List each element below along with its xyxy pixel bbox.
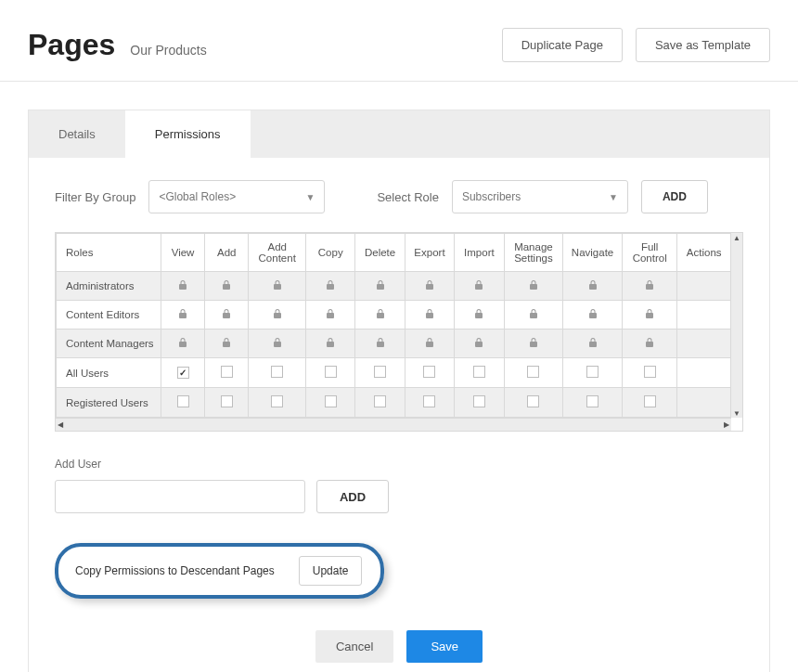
permission-cell (622, 301, 677, 330)
tab-permissions[interactable]: Permissions (125, 110, 251, 158)
column-header: Import (455, 234, 504, 272)
add-user-section: Add User ADD (55, 458, 743, 513)
permission-cell (563, 388, 623, 418)
permission-checkbox[interactable] (423, 366, 435, 378)
permission-checkbox[interactable] (473, 366, 485, 378)
role-name-cell: All Users (57, 358, 161, 388)
filter-row: Filter By Group <Global Roles> ▼ Select … (55, 180, 743, 213)
update-button[interactable]: Update (299, 556, 363, 586)
filter-by-group-select[interactable]: <Global Roles> ▼ (148, 180, 325, 213)
filter-by-group-label: Filter By Group (55, 190, 135, 204)
permission-cell (622, 272, 677, 301)
permission-checkbox[interactable] (221, 395, 233, 407)
column-header: View (161, 234, 204, 272)
select-role-value: Subscribers (462, 190, 521, 203)
permission-checkbox[interactable] (374, 366, 386, 378)
permission-cell (205, 358, 249, 388)
lock-icon (325, 281, 336, 292)
permission-cell (249, 301, 306, 330)
permission-checkbox[interactable] (644, 366, 656, 378)
lock-icon (177, 281, 188, 292)
role-name-cell: Administrators (57, 272, 161, 301)
permission-checkbox[interactable] (423, 395, 435, 407)
vertical-scrollbar[interactable]: ▲ ▼ (731, 233, 742, 418)
lock-icon (587, 339, 598, 350)
permission-cell (249, 358, 306, 388)
filter-by-group-value: <Global Roles> (159, 190, 236, 203)
lock-icon (473, 281, 484, 292)
copy-permissions-highlight: Copy Permissions to Descendant Pages Upd… (55, 543, 384, 599)
permission-checkbox[interactable] (271, 395, 283, 407)
panel: Details Permissions Filter By Group <Glo… (28, 110, 770, 672)
column-header: Add Content (249, 234, 306, 272)
permission-cell (504, 272, 563, 301)
lock-icon (424, 310, 435, 321)
lock-icon (375, 339, 386, 350)
permission-cell (205, 272, 249, 301)
permission-cell (306, 388, 355, 418)
add-role-button[interactable]: ADD (641, 180, 708, 213)
lock-icon (325, 339, 336, 350)
table-row: Registered Users (57, 388, 731, 418)
role-name-cell: Content Editors (57, 301, 161, 330)
permission-checkbox[interactable] (221, 366, 233, 378)
table-row: All Users (57, 358, 731, 388)
permission-cell (355, 301, 405, 330)
lock-icon (221, 281, 232, 292)
permission-checkbox[interactable] (177, 367, 189, 379)
permission-cell (622, 388, 677, 418)
page-title: Pages (28, 28, 115, 62)
column-header: Roles (57, 234, 161, 272)
save-button[interactable]: Save (406, 630, 483, 663)
lock-icon (272, 339, 283, 350)
permission-cell (677, 358, 731, 388)
duplicate-page-button[interactable]: Duplicate Page (502, 28, 623, 62)
lock-icon (375, 281, 386, 292)
add-user-input[interactable] (55, 480, 305, 513)
table-row: Administrators (57, 272, 731, 301)
permission-cell (455, 272, 504, 301)
lock-icon (221, 339, 232, 350)
permission-cell (455, 388, 504, 418)
table-row: Content Editors (57, 301, 731, 330)
permission-cell (677, 388, 731, 418)
permission-cell (249, 330, 306, 358)
column-header: Delete (355, 234, 405, 272)
permission-checkbox[interactable] (527, 395, 539, 407)
horizontal-scrollbar[interactable]: ◀ ▶ (56, 418, 731, 431)
permission-cell (306, 330, 355, 358)
select-role-select[interactable]: Subscribers ▼ (452, 180, 628, 213)
tabs: Details Permissions (29, 110, 769, 158)
save-as-template-button[interactable]: Save as Template (636, 28, 770, 62)
role-name-cell: Registered Users (57, 388, 161, 418)
permission-cell (504, 388, 563, 418)
permission-cell (622, 358, 677, 388)
tab-details[interactable]: Details (29, 110, 125, 158)
permission-checkbox[interactable] (644, 395, 656, 407)
add-user-button[interactable]: ADD (316, 480, 389, 513)
permission-checkbox[interactable] (325, 395, 337, 407)
permission-checkbox[interactable] (325, 366, 337, 378)
column-header: Copy (306, 234, 355, 272)
permission-cell (405, 358, 454, 388)
permission-cell (355, 388, 405, 418)
permission-checkbox[interactable] (177, 395, 189, 407)
permission-cell (563, 358, 623, 388)
lock-icon (644, 310, 655, 321)
permission-checkbox[interactable] (473, 395, 485, 407)
permission-checkbox[interactable] (271, 366, 283, 378)
column-header: Full Control (622, 234, 677, 272)
cancel-button[interactable]: Cancel (315, 630, 393, 663)
chevron-down-icon: ▼ (609, 192, 618, 202)
scroll-right-icon: ▶ (724, 420, 729, 429)
permission-checkbox[interactable] (527, 366, 539, 378)
column-header: Navigate (563, 234, 623, 272)
permission-cell (205, 330, 249, 358)
column-header: Export (405, 234, 454, 272)
permission-cell (306, 358, 355, 388)
permission-cell (677, 272, 731, 301)
permission-checkbox[interactable] (374, 395, 386, 407)
permission-checkbox[interactable] (586, 366, 598, 378)
permission-cell (161, 301, 204, 330)
permission-checkbox[interactable] (586, 395, 598, 407)
